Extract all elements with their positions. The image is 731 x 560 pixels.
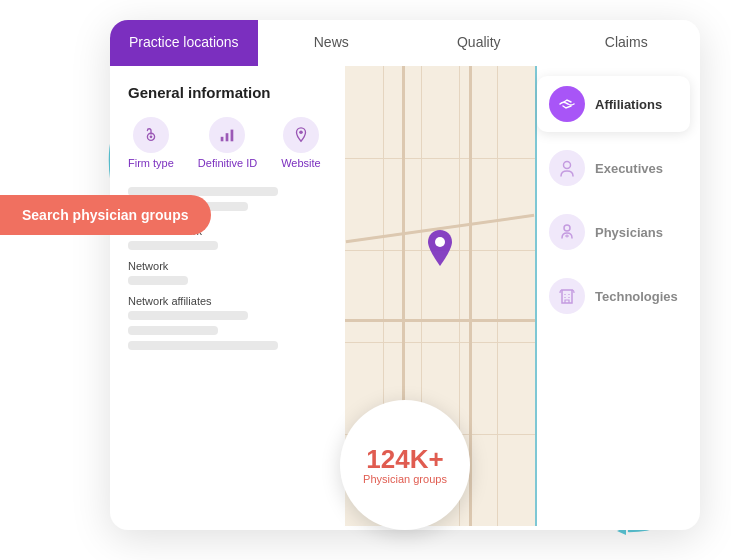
right-panel: Affiliations Executives [535,66,700,526]
location-icon [292,126,310,144]
executives-label: Executives [595,161,663,176]
physicians-label: Physicians [595,225,663,240]
svg-point-10 [564,225,570,231]
stats-badge: 124K+ Physician groups [340,400,470,530]
chart-icon [218,126,236,144]
physicians-icon [549,214,585,250]
info-website: Website [281,117,321,169]
firm-type-label: Firm type [128,157,174,169]
scene: Search physician groups Practice locatio… [0,0,731,560]
tab-quality[interactable]: Quality [405,20,553,66]
network-skeleton [128,276,188,285]
svg-point-3 [150,135,153,138]
road-2 [345,319,535,322]
stethoscope-icon [142,126,160,144]
map-grid-v-4 [497,66,498,526]
sidebar-item-physicians[interactable]: Physicians [537,204,690,260]
doctor-icon [557,222,577,242]
firm-type-icon-circle [133,117,169,153]
svg-rect-6 [231,130,234,142]
affiliations-label: Affiliations [595,97,662,112]
info-definitive-id: Definitive ID [198,117,257,169]
search-pill-label: Search physician groups [22,207,189,223]
search-pill[interactable]: Search physician groups [0,195,211,235]
map-grid-h-3 [345,342,535,343]
tabs-bar: Practice locations News Quality Claims [110,20,700,66]
network-label: Network [128,260,327,272]
network-affiliates-skeleton-3 [128,341,278,350]
definitive-id-label: Definitive ID [198,157,257,169]
definitive-id-icon-circle [209,117,245,153]
map-pin-icon [425,228,455,268]
technologies-icon [549,278,585,314]
map-grid-h-1 [345,158,535,159]
person-icon [557,158,577,178]
svg-point-7 [299,131,303,135]
svg-point-9 [564,162,571,169]
info-icons-row: Firm type Definitive ID [128,117,327,169]
sidebar-item-technologies[interactable]: Technologies [537,268,690,324]
stats-label: Physician groups [363,473,447,485]
tab-practice-locations[interactable]: Practice locations [110,20,258,66]
tab-news[interactable]: News [258,20,406,66]
map-pin [425,228,455,272]
section-title: General information [128,84,327,101]
website-icon-circle [283,117,319,153]
info-firm-type: Firm type [128,117,174,169]
left-panel: General information Firm type [110,66,345,526]
technologies-label: Technologies [595,289,678,304]
network-affiliates-label: Network affiliates [128,295,327,307]
executives-icon [549,150,585,186]
network-affiliates-skeleton-1 [128,311,248,320]
handshake-icon [557,94,577,114]
tab-claims[interactable]: Claims [553,20,701,66]
building-icon [557,286,577,306]
svg-rect-4 [221,137,224,142]
svg-rect-5 [226,133,229,141]
website-label: Website [281,157,321,169]
svg-rect-13 [562,290,572,303]
network-affiliates-skeleton-2 [128,326,218,335]
stats-number: 124K+ [366,445,443,474]
network-section: Parent network Network Network affiliate… [128,225,327,350]
sidebar-item-executives[interactable]: Executives [537,140,690,196]
parent-network-skeleton [128,241,218,250]
sidebar-item-affiliations[interactable]: Affiliations [537,76,690,132]
svg-point-8 [435,237,445,247]
affiliations-icon [549,86,585,122]
